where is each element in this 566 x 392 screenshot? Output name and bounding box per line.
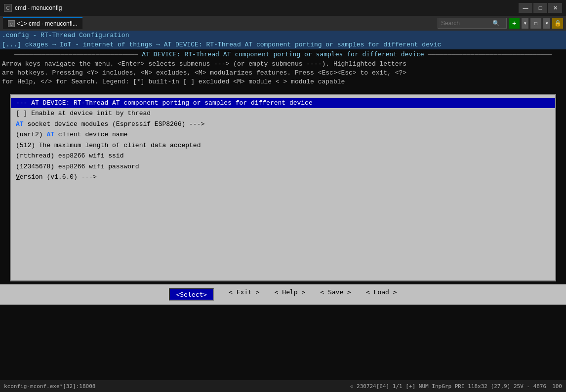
exit-btn-label[interactable]: < Exit >	[229, 288, 260, 301]
tab-bar: C <1> cmd - menuconfi... 🔍 + ▾ □ ▾ 🔒	[0, 16, 566, 31]
tab-label: <1> cmd - menuconfi...	[17, 20, 78, 27]
menu-item-text: AT DEVICE: RT-Thread AT component portin…	[31, 99, 313, 107]
menu-item-text: (12345678) esp8266 wifi password	[16, 163, 139, 170]
menu-item-text: socket device modules (Espressif ESP8266…	[24, 120, 205, 128]
help-line-1: Arrow keys navigate the menu. <Enter> se…	[2, 60, 564, 69]
window-title: cmd - menuconfig	[15, 4, 519, 11]
menu-item-enable[interactable]: [ ] Enable at device init by thread	[11, 108, 555, 119]
close-button[interactable]: ✕	[548, 3, 562, 13]
status-right: « 230724[64] 1/1 [+] NUM InpGrp PRI 118x…	[350, 383, 562, 390]
menu-item-text: ersion (v1.6.0) --->	[20, 173, 97, 181]
menu-item-prefix: ---	[16, 99, 31, 107]
maximize-button[interactable]: □	[533, 3, 547, 13]
toolbar-right: 🔍 + ▾ □ ▾ 🔒	[438, 18, 563, 29]
status-zoom: 100	[552, 383, 562, 390]
menu-box: --- AT DEVICE: RT-Thread AT component po…	[10, 94, 556, 281]
help-line-2: are hotkeys. Pressing <Y> includes, <N> …	[2, 69, 564, 78]
add-dropdown[interactable]: ▾	[522, 18, 528, 29]
load-btn-label[interactable]: < Load >	[366, 288, 397, 301]
content-title: AT DEVICE: RT-Thread AT component portin…	[142, 50, 424, 58]
menu-item-text: (512) The maximum length of client data …	[16, 142, 201, 149]
menu-item-prefix: (uart2)	[16, 131, 46, 138]
minimize-button[interactable]: —	[519, 3, 532, 13]
config-title-line: .config - RT-Thread Configuration	[0, 31, 566, 40]
at-highlight: AT	[16, 120, 24, 128]
status-coords: « 230724[64] 1/1 [+] NUM InpGrp PRI 118x…	[350, 383, 546, 390]
search-input[interactable]	[441, 20, 490, 27]
app-icon: C	[4, 4, 12, 12]
status-process: kconfig-mconf.exe*[32]:18008	[4, 383, 350, 390]
menu-item-password[interactable]: (12345678) esp8266 wifi password	[11, 161, 555, 172]
breadcrumb-path: [...] ckages → IoT - internet of things …	[0, 40, 566, 49]
tab-1[interactable]: C <1> cmd - menuconfi...	[3, 17, 82, 29]
select-button[interactable]: <Select>	[169, 288, 214, 301]
menu-item-ssid[interactable]: (rtthread) esp8266 wifi ssid	[11, 151, 555, 161]
window-controls: — □ ✕	[519, 3, 562, 13]
window-button[interactable]: □	[530, 18, 541, 29]
menu-item-prefix: [ ]	[16, 110, 31, 117]
buttons-bar: <Select> < Exit > < Help > < Save > < Lo…	[0, 284, 566, 305]
search-icon: 🔍	[492, 20, 500, 27]
menu-item-text: client device name	[54, 131, 127, 138]
v-underline: V	[16, 173, 20, 181]
status-bar: kconfig-mconf.exe*[32]:18008 « 230724[64…	[0, 380, 566, 392]
at-highlight-2: AT	[46, 131, 54, 138]
title-bar: C cmd - menuconfig — □ ✕	[0, 0, 566, 16]
window-dropdown[interactable]: ▾	[543, 18, 550, 29]
help-line-3: for Help, </> for Search. Legend: [*] bu…	[2, 78, 564, 86]
menu-item-client[interactable]: (uart2) AT client device name	[11, 129, 555, 140]
menu-item-text: Enable at device init by thread	[31, 110, 151, 117]
menu-item-header[interactable]: --- AT DEVICE: RT-Thread AT component po…	[11, 98, 555, 109]
menu-item-socket[interactable]: AT socket device modules (Espressif ESP8…	[11, 119, 555, 130]
menu-item-maxlen[interactable]: (512) The maximum length of client data …	[11, 140, 555, 151]
add-button[interactable]: +	[509, 18, 520, 29]
config-title: .config - RT-Thread Configuration	[2, 32, 129, 39]
help-text-1: Arrow keys navigate the menu. <Enter> se…	[0, 59, 566, 88]
help-btn-label[interactable]: < Help >	[275, 288, 306, 301]
breadcrumb-text: [...] ckages → IoT - internet of things …	[2, 41, 441, 48]
terminal-area: .config - RT-Thread Configuration [...] …	[0, 31, 566, 380]
menu-item-version[interactable]: Version (v1.6.0) --->	[11, 172, 555, 183]
search-box[interactable]: 🔍	[438, 18, 507, 29]
content-title-bar: ―――――――――――――――――――――――――――――――― AT DEVI…	[0, 49, 566, 59]
tab-icon: C	[8, 20, 15, 27]
save-btn-label[interactable]: < Save >	[320, 288, 351, 301]
lock-button[interactable]: 🔒	[552, 18, 563, 29]
menu-item-text: (rtthread) esp8266 wifi ssid	[16, 152, 123, 159]
